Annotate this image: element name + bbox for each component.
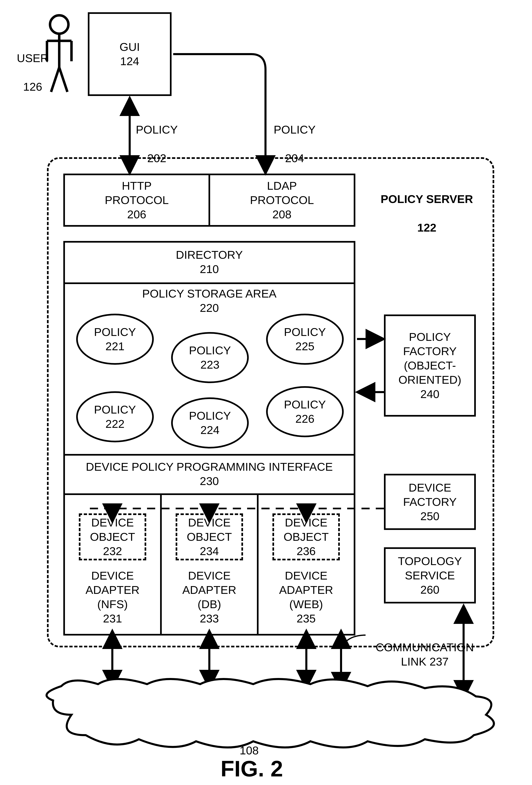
pf-n: 240: [420, 387, 439, 401]
da235-l1: DEVICE: [285, 568, 328, 583]
df-n: 250: [420, 509, 439, 524]
dppi-box: DEVICE POLICY PROGRAMMING INTERFACE 230: [65, 456, 354, 495]
ldap-box: LDAP PROTOCOL 208: [210, 175, 354, 225]
df-l1: DEVICE: [409, 481, 451, 495]
ts-n: 260: [420, 583, 439, 597]
do232-n: 232: [103, 544, 122, 558]
p224-l: POLICY: [189, 409, 231, 423]
p222-l: POLICY: [94, 403, 136, 417]
do236-l1: DEVICE: [285, 515, 328, 530]
policy-221: POLICY 221: [76, 314, 154, 365]
comm-link-text: COMMUNICATION LINK 237: [376, 641, 474, 668]
do236-n: 236: [297, 544, 315, 558]
main-column: DIRECTORY 210 POLICY STORAGE AREA 220 PO…: [63, 241, 355, 635]
server-title-1: POLICY SERVER: [381, 193, 473, 205]
da231-n: 231: [103, 611, 122, 626]
da235-l3: (WEB): [289, 597, 323, 611]
directory-label: DIRECTORY: [65, 248, 354, 262]
figure-title: FIG. 2: [221, 756, 283, 782]
pf-l1: POLICY: [409, 330, 451, 344]
user-num: 126: [23, 80, 42, 93]
policy-226: POLICY 226: [266, 386, 344, 437]
policy-225: POLICY 225: [266, 314, 344, 365]
adapter-235: DEVICE OBJECT 236 DEVICE ADAPTER (WEB) 2…: [258, 495, 354, 634]
da235-n: 235: [297, 611, 315, 626]
policy-202-label: POLICY 202: [136, 108, 178, 166]
device-object-234: DEVICE OBJECT 234: [176, 513, 243, 560]
policy-factory-box: POLICY FACTORY (OBJECT- ORIENTED) 240: [384, 314, 476, 416]
da231-l3: (NFS): [97, 597, 128, 611]
gui-num: 124: [120, 54, 139, 69]
p221-l: POLICY: [94, 325, 136, 339]
do234-n: 234: [200, 544, 219, 558]
p223-n: 223: [200, 358, 219, 372]
p223-l: POLICY: [189, 343, 231, 358]
da231-l2: ADAPTER: [85, 583, 140, 597]
http-l1: HTTP: [122, 179, 152, 193]
policy-204-text: POLICY: [274, 123, 315, 136]
da233-l3: (DB): [198, 597, 221, 611]
policy-224: POLICY 224: [171, 398, 249, 449]
svg-line-6: [59, 68, 68, 92]
gui-box: GUI 124: [88, 12, 172, 96]
storage-num: 220: [65, 301, 354, 315]
p225-n: 225: [295, 339, 314, 354]
da235-l2: ADAPTER: [279, 583, 333, 597]
user-text: USER: [17, 52, 49, 65]
dppi-num: 230: [65, 474, 354, 488]
da233-l2: ADAPTER: [182, 583, 236, 597]
gui-label: GUI: [120, 40, 140, 54]
p224-n: 224: [200, 423, 219, 437]
policy-204-label: POLICY 204: [274, 108, 315, 166]
policy-server-title: POLICY SERVER 122: [372, 178, 482, 235]
do232-l1: DEVICE: [91, 515, 134, 530]
network-text: NETWORK: [220, 715, 278, 728]
do234-l2: OBJECT: [187, 530, 232, 544]
p222-n: 222: [105, 417, 124, 431]
p226-l: POLICY: [284, 398, 326, 412]
device-factory-box: DEVICE FACTORY 250: [384, 474, 476, 530]
do236-l2: OBJECT: [284, 530, 329, 544]
pf-l2: FACTORY: [403, 344, 457, 358]
topology-service-box: TOPOLOGY SERVICE 260: [384, 547, 476, 604]
pf-l4: ORIENTED): [399, 373, 461, 387]
ldap-num: 208: [273, 207, 292, 222]
ts-l1: TOPOLOGY: [398, 554, 462, 568]
device-object-236: DEVICE OBJECT 236: [273, 513, 340, 560]
da233-l1: DEVICE: [188, 568, 231, 583]
p226-n: 226: [295, 412, 314, 426]
network-label: NETWORK 108: [208, 701, 290, 758]
arrow-gui-ldap: [173, 54, 265, 174]
server-title-2: 122: [417, 221, 436, 234]
da233-n: 233: [200, 611, 219, 626]
storage-box: POLICY STORAGE AREA 220 POLICY 221 POLIC…: [65, 284, 354, 456]
device-object-232: DEVICE OBJECT 232: [79, 513, 146, 560]
policy-222: POLICY 222: [76, 391, 154, 442]
http-num: 206: [127, 207, 146, 222]
p225-l: POLICY: [284, 325, 326, 339]
adapters-row: DEVICE OBJECT 232 DEVICE ADAPTER (NFS) 2…: [65, 495, 354, 634]
ldap-l1: LDAP: [267, 179, 297, 193]
adapter-233: DEVICE OBJECT 234 DEVICE ADAPTER (DB) 23…: [162, 495, 258, 634]
policy-202-text: POLICY: [136, 123, 178, 136]
do232-l2: OBJECT: [90, 530, 135, 544]
comm-link-label: COMMUNICATION LINK 237: [363, 626, 486, 669]
figure-text: FIG. 2: [221, 756, 283, 781]
do234-l1: DEVICE: [188, 515, 231, 530]
http-box: HTTP PROTOCOL 206: [65, 175, 210, 225]
dppi-label: DEVICE POLICY PROGRAMMING INTERFACE: [65, 460, 354, 474]
network-num: 108: [239, 744, 258, 757]
df-l2: FACTORY: [403, 495, 457, 509]
user-label: USER 126: [12, 37, 53, 94]
p221-n: 221: [105, 339, 124, 354]
ldap-l2: PROTOCOL: [250, 193, 314, 207]
adapter-231: DEVICE OBJECT 232 DEVICE ADAPTER (NFS) 2…: [65, 495, 162, 634]
directory-box: DIRECTORY 210: [65, 243, 354, 284]
pf-l3: (OBJECT-: [404, 358, 456, 373]
directory-num: 210: [65, 262, 354, 276]
svg-point-0: [50, 15, 69, 34]
storage-label: POLICY STORAGE AREA: [65, 284, 354, 301]
http-l2: PROTOCOL: [105, 193, 169, 207]
ts-l2: SERVICE: [405, 568, 455, 583]
policy-223: POLICY 223: [171, 332, 249, 383]
